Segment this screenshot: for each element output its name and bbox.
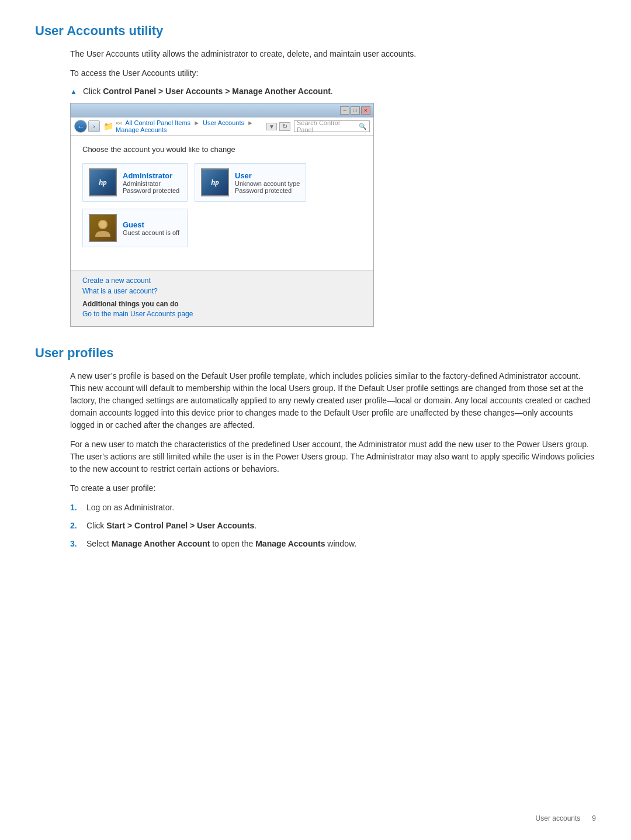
administrator-name: Administrator (123, 171, 179, 180)
section1-para2: To access the User Accounts utility: (70, 67, 596, 79)
step-3: 3. Select Manage Another Account to open… (70, 538, 596, 550)
step-3-number: 3. (70, 538, 86, 550)
back-button[interactable]: ← (74, 120, 87, 133)
dialog-content: Choose the account you would like to cha… (71, 136, 373, 270)
accounts-grid: hp Administrator Administrator Password … (82, 163, 362, 247)
folder-icon: 📁 (103, 122, 113, 131)
account-item-user[interactable]: hp User Unknown account type Password pr… (195, 163, 306, 202)
step-1-text: Log on as Administrator. (86, 502, 174, 514)
user-status: Password protected (235, 187, 300, 194)
refresh-button[interactable]: ↻ (279, 122, 290, 131)
create-account-link[interactable]: Create a new account (82, 276, 362, 285)
minimize-button[interactable]: – (340, 106, 349, 115)
step-1-number: 1. (70, 502, 86, 514)
guest-status: Guest account is off (123, 229, 179, 236)
step-2-text: Click Start > Control Panel > User Accou… (86, 520, 256, 532)
administrator-avatar: hp (89, 168, 117, 196)
svg-point-1 (99, 221, 106, 228)
step-2-number: 2. (70, 520, 86, 532)
dialog-additional: Additional things you can do Go to the m… (82, 300, 362, 318)
account-item-administrator[interactable]: hp Administrator Administrator Password … (82, 163, 188, 202)
dialog-box: – □ × ← › 📁 «« All Control Panel Items ►… (70, 103, 374, 327)
user-info: User Unknown account type Password prote… (235, 171, 300, 194)
step-2: 2. Click Start > Control Panel > User Ac… (70, 520, 596, 532)
footer-page: 9 (592, 814, 596, 822)
administrator-type: Administrator (123, 180, 179, 187)
search-placeholder: Search Control Panel (297, 119, 356, 133)
guest-info: Guest Guest account is off (123, 220, 179, 236)
bullet-text: Click Control Panel > User Accounts > Ma… (83, 87, 333, 96)
dialog-addressbar: ← › 📁 «« All Control Panel Items ► User … (71, 117, 373, 136)
step-1: 1. Log on as Administrator. (70, 502, 596, 514)
user-name: User (235, 171, 300, 180)
administrator-info: Administrator Administrator Password pro… (123, 171, 179, 194)
account-item-guest[interactable]: Guest Guest account is off (82, 209, 188, 247)
section2-para2: For a new user to match the characterist… (70, 438, 596, 475)
page-footer: User accounts 9 (536, 814, 596, 822)
what-is-account-link[interactable]: What is a user account? (82, 287, 362, 295)
bullet-item-1: ▲ Click Control Panel > User Accounts > … (70, 87, 596, 96)
dialog-links: Create a new account What is a user acco… (71, 270, 373, 326)
numbered-list: 1. Log on as Administrator. 2. Click Sta… (70, 502, 596, 550)
address-path: «« All Control Panel Items ► User Accoun… (116, 119, 262, 133)
administrator-status: Password protected (123, 187, 179, 194)
restore-button[interactable]: □ (351, 106, 360, 115)
section2-para3: To create a user profile: (70, 482, 596, 495)
guest-icon (93, 218, 113, 238)
dropdown-arrow[interactable]: ▼ (266, 123, 277, 130)
search-icon: 🔍 (359, 123, 367, 130)
forward-button[interactable]: › (88, 120, 100, 132)
bullet-triangle-icon: ▲ (70, 88, 77, 96)
user-type: Unknown account type (235, 180, 300, 187)
section2-title: User profiles (35, 345, 596, 361)
guest-avatar (89, 214, 117, 242)
search-box[interactable]: Search Control Panel 🔍 (294, 120, 370, 132)
choose-text: Choose the account you would like to cha… (82, 145, 362, 154)
step-3-text: Select Manage Another Account to open th… (86, 538, 356, 550)
dialog-titlebar: – □ × (71, 103, 373, 117)
section1-para1: The User Accounts utility allows the adm… (70, 48, 596, 60)
guest-name: Guest (123, 220, 179, 229)
footer-label: User accounts (536, 814, 581, 822)
main-accounts-page-link[interactable]: Go to the main User Accounts page (82, 310, 362, 318)
section1-title: User Accounts utility (35, 23, 596, 39)
close-button[interactable]: × (361, 106, 370, 115)
additional-title: Additional things you can do (82, 300, 362, 308)
user-avatar: hp (201, 168, 229, 196)
section2-para1: A new user’s profile is based on the Def… (70, 370, 596, 431)
titlebar-buttons: – □ × (340, 106, 370, 115)
